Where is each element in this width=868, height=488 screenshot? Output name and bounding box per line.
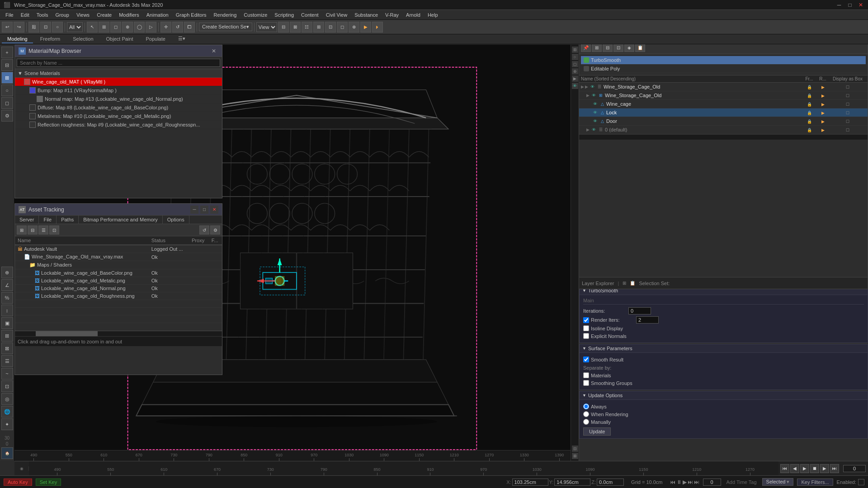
close-button[interactable]: ✕ [857, 1, 864, 9]
pb-icon-4[interactable]: ⏭ [688, 479, 693, 485]
menu-animation[interactable]: Animation [143, 11, 172, 19]
pb-icon-3[interactable]: ▶ [683, 479, 687, 485]
mat-item-normal[interactable]: Normal map: Map #13 (Lockable_wine_cage_… [15, 95, 222, 103]
at-row-maps-folder[interactable]: 📁Maps / Shaders [15, 261, 222, 269]
at-row-roughness[interactable]: 🖼Lockable_wine_cage_old_Roughness.png Ok [15, 292, 222, 300]
mod-btn-5[interactable]: 📋 [635, 43, 645, 52]
edit-named-sel[interactable]: ▣ [1, 317, 13, 329]
viewport-ctrl-2[interactable]: ○ [572, 54, 578, 60]
menu-views[interactable]: Views [73, 11, 93, 19]
create-panel-btn[interactable]: + [1, 47, 13, 58]
undo-button[interactable]: ↩ [2, 22, 13, 33]
outliner-nest[interactable]: 🏠 [1, 447, 13, 459]
mat-item-diffuse[interactable]: Diffuse: Map #8 (Lockable_wine_cage_old_… [15, 103, 222, 112]
render-icon[interactable]: ▶ [821, 119, 825, 124]
at-scroll-thumb[interactable] [36, 331, 98, 336]
render-icon[interactable]: ▶ [821, 102, 825, 107]
mode-selection[interactable]: Selection [67, 35, 99, 43]
eye-icon[interactable]: 👁 [592, 109, 598, 116]
at-menu-bitmap[interactable]: Bitmap Performance and Memory [79, 216, 162, 224]
render-effects[interactable]: ✦ [1, 418, 13, 430]
at-menu-server[interactable]: Server [15, 216, 39, 224]
mat-item-roughness[interactable]: Reflection roughness: Map #9 (Lockable_w… [15, 121, 222, 129]
mode-populate[interactable]: Populate [140, 35, 170, 43]
smooth-result-checkbox[interactable] [583, 357, 589, 362]
display-panel-btn[interactable]: ◻ [1, 97, 13, 109]
se-row-object[interactable]: ▶ 👁 ⊞ Wine_Storage_Cage_Old 🔒 ▶ ☐ [579, 91, 868, 100]
menu-civil-view[interactable]: Civil View [322, 11, 351, 19]
se-row-default[interactable]: ▶ 👁 ☰ 0 (default) 🔒 ▶ ☐ [579, 126, 868, 134]
view-dropdown[interactable]: View [256, 22, 277, 32]
sel-set-icon-1[interactable]: ⊞ [623, 281, 626, 286]
isoline-checkbox[interactable] [583, 325, 589, 331]
update-button[interactable]: Update [583, 427, 611, 436]
menu-edit[interactable]: Edit [17, 11, 33, 19]
menu-tools[interactable]: Tools [33, 11, 52, 19]
add-time-tag-btn[interactable]: Add Time Tag [725, 479, 759, 485]
sel-set-icon-2[interactable]: 📋 [630, 281, 635, 286]
freeze-icon[interactable]: 🔒 [807, 128, 812, 132]
menu-arnold[interactable]: Arnold [402, 11, 424, 19]
display-check[interactable]: ☐ [846, 119, 849, 124]
play-button[interactable]: ▶ [800, 464, 809, 473]
spinner-snap[interactable]: ↕ [1, 305, 13, 316]
display-check[interactable]: ☐ [846, 111, 849, 115]
scale-button[interactable]: ⧠ [184, 22, 195, 33]
menu-group[interactable]: Group [52, 11, 73, 19]
eye-icon[interactable]: 👁 [590, 127, 597, 133]
render-icon[interactable]: ▶ [821, 128, 825, 132]
align-button[interactable]: ⊠ [290, 22, 301, 33]
smoothing-groups-checkbox[interactable] [583, 380, 589, 386]
motion-panel-btn[interactable]: ○ [1, 84, 13, 96]
display-check[interactable]: ☐ [846, 102, 849, 107]
material-browser-close[interactable]: ✕ [209, 47, 218, 56]
freeze-icon[interactable]: 🔒 [807, 94, 812, 98]
menu-graph-editors[interactable]: Graph Editors [172, 11, 210, 19]
render-icon[interactable]: ▶ [821, 94, 825, 98]
menu-create[interactable]: Create [93, 11, 115, 19]
mat-group-scene[interactable]: ▼ Scene Materials [15, 69, 222, 78]
eye-icon[interactable]: 👁 [590, 92, 597, 99]
viewport-ctrl-4[interactable]: ⊕ [572, 68, 578, 75]
render-button[interactable]: ⏵ [372, 22, 383, 33]
se-row-wine-cage[interactable]: 👁 △ Wine_cage 🔒 ▶ ☐ [579, 100, 868, 108]
mod-btn-4[interactable]: ◈ [624, 43, 634, 52]
snap-toggle[interactable]: ⊕ [1, 267, 13, 278]
select-link-button[interactable]: ⛓ [28, 22, 39, 33]
at-minimize-icon[interactable]: ─ [190, 206, 198, 214]
select-region-button[interactable]: ⊞ [99, 22, 109, 33]
menu-content[interactable]: Content [297, 11, 322, 19]
mode-more[interactable]: ☰▾ [173, 35, 191, 43]
explicit-normals-checkbox[interactable] [583, 333, 589, 339]
filter-dropdown[interactable]: All [67, 22, 83, 32]
minimize-button[interactable]: ─ [835, 1, 843, 9]
pb-icon-2[interactable]: ⏸ [676, 479, 682, 485]
material-editor[interactable]: ◎ [1, 393, 13, 405]
at-menu-paths[interactable]: Paths [57, 216, 79, 224]
schematic-button[interactable]: ⊕ [349, 22, 359, 33]
mode-modeling[interactable]: Modeling [2, 35, 33, 43]
manually-radio[interactable] [583, 419, 589, 425]
mirror-button[interactable]: ⊟ [278, 22, 289, 33]
se-row-lock[interactable]: 👁 △ Lock 🔒 ▶ ☐ [579, 108, 868, 117]
rotate-button[interactable]: ↺ [172, 22, 183, 33]
modify-panel-btn[interactable]: ⊟ [1, 59, 13, 71]
at-icon-settings[interactable]: ⚙ [210, 225, 220, 235]
display-check[interactable]: ☐ [846, 128, 849, 132]
menu-scripting[interactable]: Scripting [271, 11, 297, 19]
mod-btn-1[interactable]: ⊞ [592, 43, 602, 52]
snap-button[interactable]: ☷ [302, 22, 312, 33]
se-row-door[interactable]: 👁 △ Door 🔒 ▶ ☐ [579, 117, 868, 126]
percent-snap[interactable]: % [1, 292, 13, 304]
move-button[interactable]: ✛ [160, 22, 171, 33]
at-menu-file[interactable]: File [39, 216, 57, 224]
curve-editor-left[interactable]: ~ [1, 368, 13, 380]
render-env[interactable]: 🌐 [1, 406, 13, 418]
se-scrollbar[interactable] [579, 134, 868, 140]
eye-icon[interactable]: 👁 [592, 118, 598, 124]
schematic-view[interactable]: ⊡ [1, 380, 13, 392]
se-row-root[interactable]: ▶ ▶ 👁 ☰ Wine_Storage_Cage_Old 🔒 ▶ ☐ [579, 83, 868, 91]
menu-file[interactable]: File [2, 11, 17, 19]
stop-button[interactable]: ⏹ [810, 464, 819, 473]
pb-icon-1[interactable]: ⏮ [670, 479, 675, 485]
